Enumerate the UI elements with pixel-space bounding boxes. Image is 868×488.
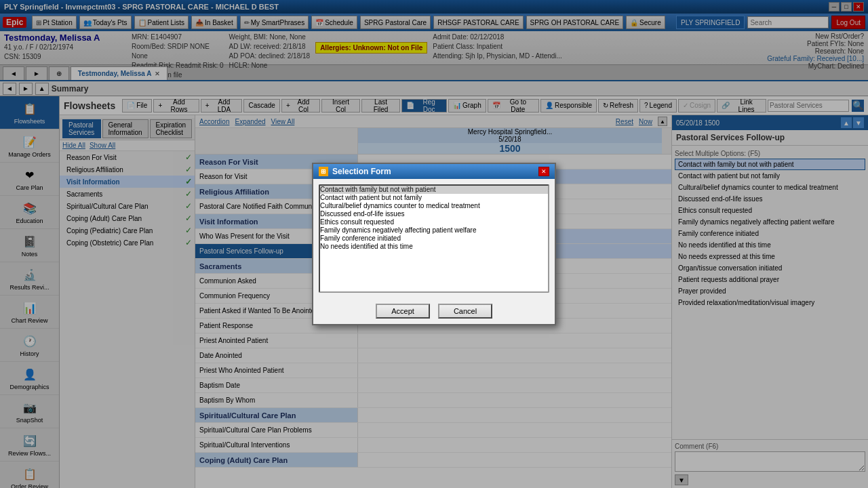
modal-buttons: Accept Cancel	[313, 298, 555, 324]
modal-overlay: ⊞ Selection Form ✕ Contact with family b…	[0, 0, 868, 488]
modal-content: Contact with family but not with patient…	[313, 179, 555, 298]
modal-item-6: Family dynamics negatively affecting pat…	[320, 226, 548, 235]
modal-item-3: Cultural/belief dynamics counter to medi…	[320, 202, 548, 210]
modal-cancel-button[interactable]: Cancel	[438, 304, 492, 319]
modal-icon: ⊞	[319, 167, 328, 176]
modal-list[interactable]: Contact with family but not with patient…	[319, 184, 549, 293]
modal-title: Selection Form	[332, 167, 391, 176]
modal-close-button[interactable]: ✕	[538, 167, 549, 176]
selection-modal: ⊞ Selection Form ✕ Contact with family b…	[312, 163, 556, 325]
modal-item-1: Contact with family but not with patient	[320, 186, 548, 194]
modal-title-area: ⊞ Selection Form	[319, 167, 391, 176]
modal-item-4: Discussed end-of-life issues	[320, 210, 548, 218]
modal-item-7: Family conference initiated	[320, 235, 548, 243]
modal-titlebar: ⊞ Selection Form ✕	[313, 164, 555, 179]
modal-item-2: Contact with patient but not family	[320, 194, 548, 202]
modal-item-8: No needs identified at this time	[320, 243, 548, 251]
modal-accept-button[interactable]: Accept	[376, 304, 430, 319]
modal-item-5: Ethics consult requested	[320, 218, 548, 226]
